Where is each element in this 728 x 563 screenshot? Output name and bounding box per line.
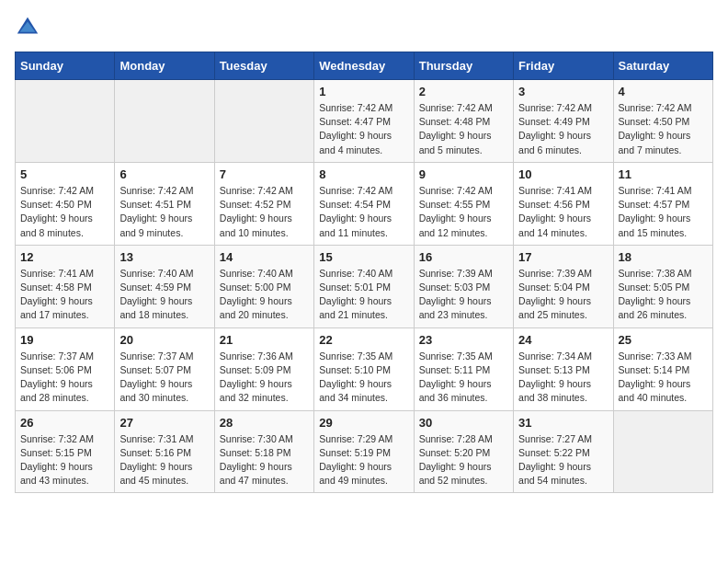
table-row: 16Sunrise: 7:39 AM Sunset: 5:03 PM Dayli… xyxy=(414,245,513,327)
table-row: 25Sunrise: 7:33 AM Sunset: 5:14 PM Dayli… xyxy=(613,327,712,410)
day-number: 30 xyxy=(419,416,508,430)
table-row: 10Sunrise: 7:41 AM Sunset: 4:56 PM Dayli… xyxy=(514,162,613,245)
day-number: 3 xyxy=(518,85,608,98)
table-row: 31Sunrise: 7:27 AM Sunset: 5:22 PM Dayli… xyxy=(514,410,613,493)
table-row: 12Sunrise: 7:41 AM Sunset: 4:58 PM Dayli… xyxy=(16,245,115,327)
day-number: 17 xyxy=(518,250,608,264)
calendar-week-row: 26Sunrise: 7:32 AM Sunset: 5:15 PM Dayli… xyxy=(16,410,713,493)
day-number: 19 xyxy=(20,333,109,347)
calendar-week-row: 12Sunrise: 7:41 AM Sunset: 4:58 PM Dayli… xyxy=(16,245,713,327)
day-info: Sunrise: 7:28 AM Sunset: 5:20 PM Dayligh… xyxy=(419,432,508,488)
table-row: 29Sunrise: 7:29 AM Sunset: 5:19 PM Dayli… xyxy=(314,410,414,493)
day-number: 7 xyxy=(220,167,309,181)
day-info: Sunrise: 7:39 AM Sunset: 5:03 PM Dayligh… xyxy=(419,267,508,323)
table-row: 20Sunrise: 7:37 AM Sunset: 5:07 PM Dayli… xyxy=(115,327,214,410)
table-row: 8Sunrise: 7:42 AM Sunset: 4:54 PM Daylig… xyxy=(314,162,414,245)
table-row: 9Sunrise: 7:42 AM Sunset: 4:55 PM Daylig… xyxy=(414,162,513,245)
day-info: Sunrise: 7:42 AM Sunset: 4:51 PM Dayligh… xyxy=(119,184,209,240)
day-number: 14 xyxy=(220,250,309,264)
day-info: Sunrise: 7:33 AM Sunset: 5:14 PM Dayligh… xyxy=(619,350,708,406)
day-number: 13 xyxy=(119,250,209,264)
day-info: Sunrise: 7:42 AM Sunset: 4:47 PM Dayligh… xyxy=(319,101,408,157)
page-header xyxy=(15,15,713,40)
day-number: 31 xyxy=(518,416,608,430)
day-info: Sunrise: 7:36 AM Sunset: 5:09 PM Dayligh… xyxy=(220,350,309,406)
table-row: 7Sunrise: 7:42 AM Sunset: 4:52 PM Daylig… xyxy=(214,162,313,245)
calendar-week-row: 19Sunrise: 7:37 AM Sunset: 5:06 PM Dayli… xyxy=(16,327,713,410)
table-row xyxy=(16,80,115,163)
table-row: 4Sunrise: 7:42 AM Sunset: 4:50 PM Daylig… xyxy=(613,80,712,163)
table-row: 19Sunrise: 7:37 AM Sunset: 5:06 PM Dayli… xyxy=(16,327,115,410)
day-info: Sunrise: 7:42 AM Sunset: 4:55 PM Dayligh… xyxy=(419,184,508,240)
table-row: 30Sunrise: 7:28 AM Sunset: 5:20 PM Dayli… xyxy=(414,410,513,493)
table-row: 3Sunrise: 7:42 AM Sunset: 4:49 PM Daylig… xyxy=(514,80,613,163)
day-info: Sunrise: 7:39 AM Sunset: 5:04 PM Dayligh… xyxy=(518,267,608,323)
day-info: Sunrise: 7:37 AM Sunset: 5:06 PM Dayligh… xyxy=(20,350,109,406)
day-number: 10 xyxy=(518,167,608,181)
day-number: 16 xyxy=(419,250,508,264)
table-row xyxy=(214,80,313,163)
day-number: 11 xyxy=(619,167,708,181)
calendar-week-row: 5Sunrise: 7:42 AM Sunset: 4:50 PM Daylig… xyxy=(16,162,713,245)
day-info: Sunrise: 7:42 AM Sunset: 4:50 PM Dayligh… xyxy=(619,101,708,157)
day-number: 29 xyxy=(319,416,408,430)
table-row: 21Sunrise: 7:36 AM Sunset: 5:09 PM Dayli… xyxy=(214,327,313,410)
day-info: Sunrise: 7:29 AM Sunset: 5:19 PM Dayligh… xyxy=(319,432,408,488)
day-number: 12 xyxy=(20,250,109,264)
table-row: 14Sunrise: 7:40 AM Sunset: 5:00 PM Dayli… xyxy=(214,245,313,327)
table-row xyxy=(115,80,214,163)
table-row: 2Sunrise: 7:42 AM Sunset: 4:48 PM Daylig… xyxy=(414,80,513,163)
calendar-table: SundayMondayTuesdayWednesdayThursdayFrid… xyxy=(15,52,713,493)
header-monday: Monday xyxy=(115,52,214,80)
header-tuesday: Tuesday xyxy=(214,52,313,80)
table-row: 5Sunrise: 7:42 AM Sunset: 4:50 PM Daylig… xyxy=(16,162,115,245)
table-row: 18Sunrise: 7:38 AM Sunset: 5:05 PM Dayli… xyxy=(613,245,712,327)
header-saturday: Saturday xyxy=(613,52,712,80)
day-info: Sunrise: 7:42 AM Sunset: 4:52 PM Dayligh… xyxy=(220,184,309,240)
day-number: 28 xyxy=(220,416,309,430)
day-info: Sunrise: 7:31 AM Sunset: 5:16 PM Dayligh… xyxy=(119,432,209,488)
day-number: 6 xyxy=(119,167,209,181)
header-friday: Friday xyxy=(514,52,613,80)
table-row: 24Sunrise: 7:34 AM Sunset: 5:13 PM Dayli… xyxy=(514,327,613,410)
day-info: Sunrise: 7:35 AM Sunset: 5:10 PM Dayligh… xyxy=(319,350,408,406)
logo-icon xyxy=(15,15,40,40)
logo xyxy=(15,15,44,40)
day-info: Sunrise: 7:42 AM Sunset: 4:49 PM Dayligh… xyxy=(518,101,608,157)
table-row: 13Sunrise: 7:40 AM Sunset: 4:59 PM Dayli… xyxy=(115,245,214,327)
table-row: 23Sunrise: 7:35 AM Sunset: 5:11 PM Dayli… xyxy=(414,327,513,410)
day-number: 24 xyxy=(518,333,608,347)
days-header-row: SundayMondayTuesdayWednesdayThursdayFrid… xyxy=(16,52,713,80)
day-number: 21 xyxy=(220,333,309,347)
table-row: 15Sunrise: 7:40 AM Sunset: 5:01 PM Dayli… xyxy=(314,245,414,327)
table-row: 11Sunrise: 7:41 AM Sunset: 4:57 PM Dayli… xyxy=(613,162,712,245)
table-row: 26Sunrise: 7:32 AM Sunset: 5:15 PM Dayli… xyxy=(16,410,115,493)
day-number: 22 xyxy=(319,333,408,347)
day-number: 23 xyxy=(419,333,508,347)
table-row xyxy=(613,410,712,493)
day-number: 18 xyxy=(619,250,708,264)
table-row: 17Sunrise: 7:39 AM Sunset: 5:04 PM Dayli… xyxy=(514,245,613,327)
day-info: Sunrise: 7:35 AM Sunset: 5:11 PM Dayligh… xyxy=(419,350,508,406)
day-info: Sunrise: 7:41 AM Sunset: 4:56 PM Dayligh… xyxy=(518,184,608,240)
day-number: 25 xyxy=(619,333,708,347)
day-info: Sunrise: 7:40 AM Sunset: 4:59 PM Dayligh… xyxy=(119,267,209,323)
day-info: Sunrise: 7:41 AM Sunset: 4:58 PM Dayligh… xyxy=(20,267,109,323)
day-info: Sunrise: 7:42 AM Sunset: 4:48 PM Dayligh… xyxy=(419,101,508,157)
day-info: Sunrise: 7:42 AM Sunset: 4:50 PM Dayligh… xyxy=(20,184,109,240)
day-number: 15 xyxy=(319,250,408,264)
day-info: Sunrise: 7:40 AM Sunset: 5:00 PM Dayligh… xyxy=(220,267,309,323)
header-sunday: Sunday xyxy=(16,52,115,80)
day-number: 26 xyxy=(20,416,109,430)
day-info: Sunrise: 7:37 AM Sunset: 5:07 PM Dayligh… xyxy=(119,350,209,406)
day-info: Sunrise: 7:42 AM Sunset: 4:54 PM Dayligh… xyxy=(319,184,408,240)
day-number: 9 xyxy=(419,167,508,181)
day-number: 27 xyxy=(119,416,209,430)
day-number: 5 xyxy=(20,167,109,181)
day-number: 8 xyxy=(319,167,408,181)
table-row: 22Sunrise: 7:35 AM Sunset: 5:10 PM Dayli… xyxy=(314,327,414,410)
table-row: 27Sunrise: 7:31 AM Sunset: 5:16 PM Dayli… xyxy=(115,410,214,493)
calendar-week-row: 1Sunrise: 7:42 AM Sunset: 4:47 PM Daylig… xyxy=(16,80,713,163)
day-info: Sunrise: 7:34 AM Sunset: 5:13 PM Dayligh… xyxy=(518,350,608,406)
day-number: 1 xyxy=(319,85,408,98)
